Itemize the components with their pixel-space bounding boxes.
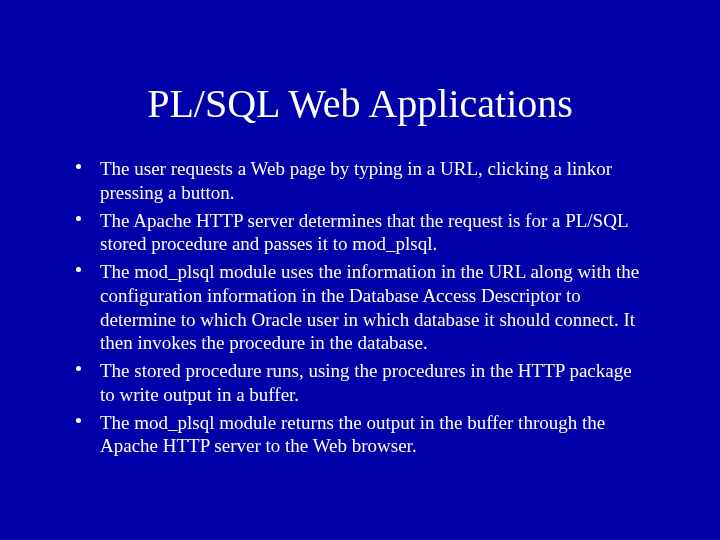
list-item: The stored procedure runs, using the pro… <box>70 359 650 407</box>
bullet-icon <box>76 267 81 272</box>
slide-title: PL/SQL Web Applications <box>70 80 650 127</box>
list-item: The mod_plsql module uses the informatio… <box>70 260 650 355</box>
list-item: The Apache HTTP server determines that t… <box>70 209 650 257</box>
bullet-icon <box>76 216 81 221</box>
bullet-text: The user requests a Web page by typing i… <box>100 158 612 203</box>
bullet-text: The mod_plsql module uses the informatio… <box>100 261 639 353</box>
slide: PL/SQL Web Applications The user request… <box>0 0 720 540</box>
bullet-text: The Apache HTTP server determines that t… <box>100 210 628 255</box>
bullet-text: The mod_plsql module returns the output … <box>100 412 605 457</box>
list-item: The mod_plsql module returns the output … <box>70 411 650 459</box>
bullet-icon <box>76 164 81 169</box>
bullet-icon <box>76 366 81 371</box>
list-item: The user requests a Web page by typing i… <box>70 157 650 205</box>
bullet-icon <box>76 418 81 423</box>
bullet-text: The stored procedure runs, using the pro… <box>100 360 632 405</box>
bullet-list: The user requests a Web page by typing i… <box>70 157 650 458</box>
